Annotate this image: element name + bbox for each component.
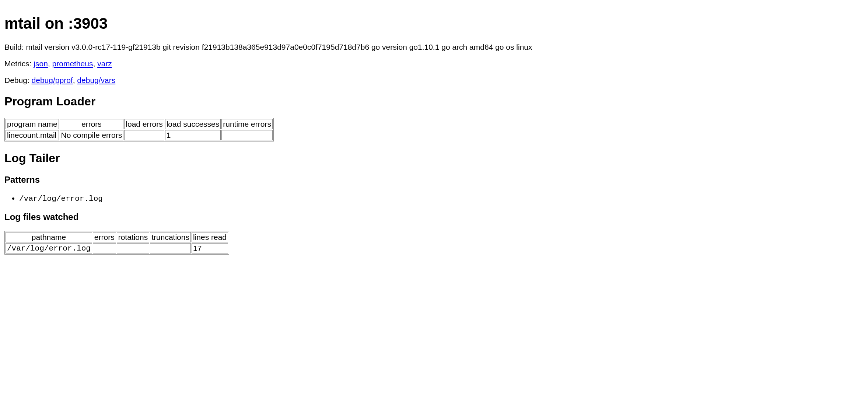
debug-label: Debug: xyxy=(4,76,32,84)
col-load-successes: load successes xyxy=(165,119,221,129)
table-header-row: program name errors load errors load suc… xyxy=(6,119,273,129)
table-row: /var/log/error.log 17 xyxy=(6,243,228,253)
debug-link-vars[interactable]: debug/vars xyxy=(77,76,115,84)
pattern-value: /var/log/error.log xyxy=(19,195,103,203)
col-runtime-errors: runtime errors xyxy=(221,119,273,129)
separator: , xyxy=(48,59,52,68)
build-value: mtail version v3.0.0-rc17-119-gf21913b g… xyxy=(26,43,532,51)
separator: , xyxy=(73,76,77,84)
program-loader-table: program name errors load errors load suc… xyxy=(4,118,274,141)
table-row: linecount.mtail No compile errors 1 xyxy=(6,130,273,140)
cell-rotations xyxy=(117,243,150,253)
separator: , xyxy=(93,59,97,68)
table-header-row: pathname errors rotations truncations li… xyxy=(6,232,228,242)
metrics-line: Metrics: json, prometheus, varz xyxy=(4,59,864,68)
debug-link-pprof[interactable]: debug/pprof xyxy=(32,76,73,84)
col-load-errors: load errors xyxy=(124,119,164,129)
log-files-heading: Log files watched xyxy=(4,212,864,222)
metrics-link-varz[interactable]: varz xyxy=(97,59,112,68)
list-item: /var/log/error.log xyxy=(19,194,864,203)
metrics-label: Metrics: xyxy=(4,59,34,68)
metrics-link-prometheus[interactable]: prometheus xyxy=(52,59,93,68)
cell-load-successes: 1 xyxy=(165,130,221,140)
col-truncations: truncations xyxy=(150,232,191,242)
log-files-table: pathname errors rotations truncations li… xyxy=(4,231,229,255)
col-pathname: pathname xyxy=(6,232,92,242)
cell-pathname: /var/log/error.log xyxy=(6,243,92,253)
cell-lines-read: 17 xyxy=(192,243,228,253)
log-tailer-heading: Log Tailer xyxy=(4,151,864,165)
cell-program-name: linecount.mtail xyxy=(6,130,59,140)
metrics-link-json[interactable]: json xyxy=(34,59,48,68)
patterns-heading: Patterns xyxy=(4,175,864,185)
cell-load-errors xyxy=(124,130,164,140)
cell-errors xyxy=(93,243,116,253)
debug-line: Debug: debug/pprof, debug/vars xyxy=(4,76,864,85)
build-label: Build: xyxy=(4,43,26,51)
col-rotations: rotations xyxy=(117,232,150,242)
build-info: Build: mtail version v3.0.0-rc17-119-gf2… xyxy=(4,43,864,52)
col-lines-read: lines read xyxy=(192,232,228,242)
col-program-name: program name xyxy=(6,119,59,129)
cell-truncations xyxy=(150,243,191,253)
patterns-list: /var/log/error.log xyxy=(4,194,864,203)
program-loader-heading: Program Loader xyxy=(4,95,864,108)
col-errors: errors xyxy=(60,119,124,129)
cell-runtime-errors xyxy=(221,130,273,140)
cell-errors: No compile errors xyxy=(60,130,124,140)
page-title: mtail on :3903 xyxy=(4,15,864,32)
col-errors: errors xyxy=(93,232,116,242)
